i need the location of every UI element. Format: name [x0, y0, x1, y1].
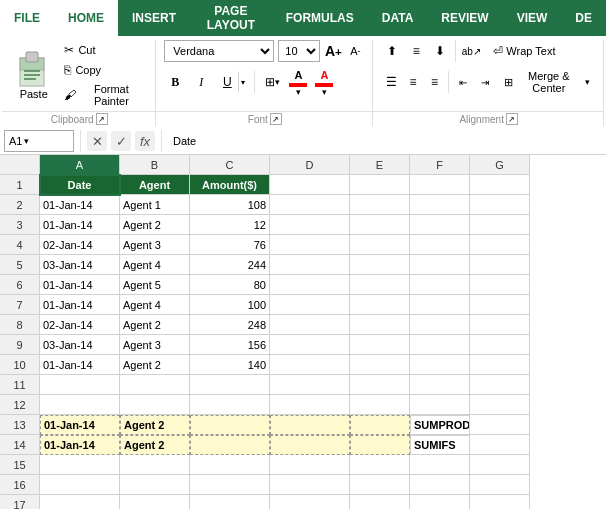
alignment-expand-icon[interactable]: ↗ — [506, 113, 518, 125]
cell-e5[interactable] — [350, 255, 410, 275]
cell-g1[interactable] — [470, 175, 530, 195]
cell-b8[interactable]: Agent 2 — [120, 315, 190, 335]
cell-c9[interactable]: 156 — [190, 335, 270, 355]
cell-c4[interactable]: 76 — [190, 235, 270, 255]
col-header-c[interactable]: C — [190, 155, 270, 175]
font-color-button[interactable]: A — [313, 67, 335, 83]
cell-d12[interactable] — [270, 395, 350, 415]
formula-cancel-button[interactable]: ✕ — [87, 131, 107, 151]
cell-g2[interactable] — [470, 195, 530, 215]
cell-d3[interactable] — [270, 215, 350, 235]
italic-button[interactable]: I — [190, 71, 212, 93]
cell-b13[interactable]: Agent 2 — [120, 415, 190, 435]
cell-c3[interactable]: 12 — [190, 215, 270, 235]
tab-insert[interactable]: INSERT — [118, 0, 190, 36]
cell-c15[interactable] — [190, 455, 270, 475]
cell-g17[interactable] — [470, 495, 530, 509]
cell-f1[interactable] — [410, 175, 470, 195]
cell-e17[interactable] — [350, 495, 410, 509]
text-orientation-button[interactable]: ab↗ — [460, 40, 482, 62]
cell-g6[interactable] — [470, 275, 530, 295]
row-header-3[interactable]: 3 — [0, 215, 40, 235]
tab-data[interactable]: DATA — [368, 0, 428, 36]
cell-c8[interactable]: 248 — [190, 315, 270, 335]
row-header-1[interactable]: 1 — [0, 175, 40, 195]
cell-g11[interactable] — [470, 375, 530, 395]
decrease-indent-button[interactable]: ⇤ — [453, 71, 473, 93]
cell-e2[interactable] — [350, 195, 410, 215]
cell-a14[interactable]: 01-Jan-14 — [40, 435, 120, 455]
row-header-5[interactable]: 5 — [0, 255, 40, 275]
fill-color-button[interactable]: A — [287, 67, 309, 83]
cell-a4[interactable]: 02-Jan-14 — [40, 235, 120, 255]
cell-f15[interactable] — [410, 455, 470, 475]
format-painter-button[interactable]: 🖌 Format Painter — [59, 80, 147, 110]
font-size-select[interactable]: 10 — [278, 40, 320, 62]
col-header-b[interactable]: B — [120, 155, 190, 175]
increase-font-size-button[interactable]: A+ — [324, 42, 342, 60]
cell-b7[interactable]: Agent 4 — [120, 295, 190, 315]
cell-a2[interactable]: 01-Jan-14 — [40, 195, 120, 215]
copy-button[interactable]: ⎘ Copy — [59, 60, 147, 80]
align-right-button[interactable]: ≡ — [425, 71, 445, 93]
align-middle-button[interactable]: ≡ — [405, 40, 427, 62]
cell-d2[interactable] — [270, 195, 350, 215]
cell-c14[interactable] — [190, 435, 270, 455]
cell-f4[interactable] — [410, 235, 470, 255]
cell-d1[interactable] — [270, 175, 350, 195]
cell-a1[interactable]: Date — [40, 175, 120, 195]
cell-f10[interactable] — [410, 355, 470, 375]
cell-d4[interactable] — [270, 235, 350, 255]
cell-c1[interactable]: Amount($) — [190, 175, 270, 195]
cell-a7[interactable]: 01-Jan-14 — [40, 295, 120, 315]
cell-g10[interactable] — [470, 355, 530, 375]
cell-f12[interactable] — [410, 395, 470, 415]
row-header-12[interactable]: 12 — [0, 395, 40, 415]
row-header-17[interactable]: 17 — [0, 495, 40, 509]
cell-g8[interactable] — [470, 315, 530, 335]
cut-button[interactable]: ✂ Cut — [59, 40, 147, 60]
cell-e4[interactable] — [350, 235, 410, 255]
cell-d9[interactable] — [270, 335, 350, 355]
cell-b17[interactable] — [120, 495, 190, 509]
cell-b2[interactable]: Agent 1 — [120, 195, 190, 215]
cell-f8[interactable] — [410, 315, 470, 335]
merge-center-button[interactable]: ⊞ Merge & Center ▾ — [499, 67, 595, 97]
cell-d15[interactable] — [270, 455, 350, 475]
formula-confirm-button[interactable]: ✓ — [111, 131, 131, 151]
col-header-a[interactable]: A — [40, 155, 120, 175]
cell-a5[interactable]: 03-Jan-14 — [40, 255, 120, 275]
row-header-7[interactable]: 7 — [0, 295, 40, 315]
cell-f16[interactable] — [410, 475, 470, 495]
fill-color-dropdown[interactable]: ▾ — [296, 87, 301, 97]
cell-c6[interactable]: 80 — [190, 275, 270, 295]
cell-a16[interactable] — [40, 475, 120, 495]
bold-button[interactable]: B — [164, 71, 186, 93]
cell-a11[interactable] — [40, 375, 120, 395]
tab-more[interactable]: DE — [561, 0, 606, 36]
row-header-6[interactable]: 6 — [0, 275, 40, 295]
col-header-g[interactable]: G — [470, 155, 530, 175]
col-header-d[interactable]: D — [270, 155, 350, 175]
cell-b10[interactable]: Agent 2 — [120, 355, 190, 375]
cell-g4[interactable] — [470, 235, 530, 255]
cell-c5[interactable]: 244 — [190, 255, 270, 275]
tab-formulas[interactable]: FORMULAS — [272, 0, 368, 36]
cell-a10[interactable]: 01-Jan-14 — [40, 355, 120, 375]
tab-page-layout[interactable]: PAGE LAYOUT — [190, 0, 272, 36]
cell-b16[interactable] — [120, 475, 190, 495]
cell-f7[interactable] — [410, 295, 470, 315]
cell-d14[interactable] — [270, 435, 350, 455]
cell-c17[interactable] — [190, 495, 270, 509]
align-center-button[interactable]: ≡ — [403, 71, 423, 93]
cell-b14[interactable]: Agent 2 — [120, 435, 190, 455]
cell-a13[interactable]: 01-Jan-14 — [40, 415, 120, 435]
cell-e13[interactable] — [350, 415, 410, 435]
cell-d8[interactable] — [270, 315, 350, 335]
row-header-9[interactable]: 9 — [0, 335, 40, 355]
cell-c13[interactable] — [190, 415, 270, 435]
cell-g5[interactable] — [470, 255, 530, 275]
underline-button[interactable]: U — [216, 71, 238, 93]
cell-c12[interactable] — [190, 395, 270, 415]
cell-f13[interactable]: SUMPRODUCT — [410, 415, 470, 435]
